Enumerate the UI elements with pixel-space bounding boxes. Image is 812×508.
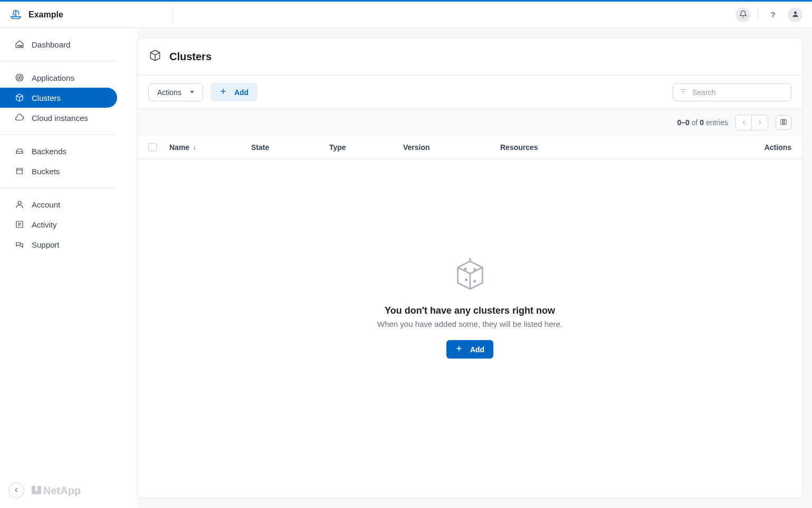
user-menu-button[interactable] (788, 7, 803, 22)
main-content: Clusters Actions Add (137, 28, 812, 508)
svg-point-2 (16, 74, 23, 81)
cluster-icon (148, 49, 162, 64)
add-label: Add (234, 88, 249, 97)
separator (758, 10, 758, 20)
help-icon: ? (770, 10, 775, 19)
netapp-logo: NetApp (32, 485, 81, 497)
notifications-button[interactable] (735, 7, 750, 22)
column-actions: Actions (749, 143, 791, 152)
svg-point-12 (465, 279, 466, 280)
support-icon (15, 240, 24, 249)
header: Example ? (0, 2, 812, 28)
sidebar-item-label: Applications (32, 73, 74, 82)
toolbar-left: Actions Add (148, 83, 257, 101)
empty-add-button[interactable]: Add (446, 340, 493, 359)
sidebar-item-label: Activity (32, 220, 57, 229)
page-title: Clusters (169, 51, 212, 63)
empty-subtitle: When you have added some, they will be l… (377, 319, 562, 328)
caret-down-icon (190, 91, 194, 93)
dashboard-icon (15, 40, 24, 49)
svg-point-11 (474, 269, 475, 270)
sidebar-item-label: Support (32, 240, 60, 249)
sidebar-item-label: Buckets (32, 167, 60, 176)
clusters-icon (15, 93, 24, 102)
sidebar-item-support[interactable]: Support (0, 234, 117, 255)
add-button[interactable]: Add (211, 83, 257, 101)
sidebar-item-backends[interactable]: Backends (0, 141, 117, 161)
buckets-icon (15, 166, 24, 176)
ship-logo-icon (9, 8, 22, 21)
actions-dropdown[interactable]: Actions (148, 83, 203, 101)
sidebar-item-label: Cloud instances (32, 114, 88, 123)
brand-name: Example (28, 10, 63, 20)
svg-point-4 (19, 77, 20, 78)
columns-icon (780, 118, 787, 127)
svg-point-1 (794, 11, 797, 14)
sidebar-footer: NetApp (8, 483, 81, 498)
backends-icon (15, 146, 24, 156)
prev-page-button[interactable] (736, 115, 752, 130)
user-icon (791, 10, 799, 20)
column-name[interactable]: Name ↓ (169, 143, 251, 152)
panel-header: Clusters (138, 38, 802, 76)
column-resources[interactable]: Resources (500, 143, 749, 152)
filter-icon (680, 88, 687, 97)
collapse-sidebar-button[interactable] (8, 483, 24, 498)
chevron-right-icon (757, 119, 762, 127)
column-version[interactable]: Version (403, 143, 500, 152)
sidebar-item-dashboard[interactable]: Dashboard (0, 34, 117, 54)
svg-rect-5 (17, 168, 23, 174)
actions-label: Actions (157, 88, 181, 97)
netapp-mark-icon (32, 485, 41, 497)
header-divider (173, 7, 173, 23)
svg-point-3 (17, 76, 22, 80)
sidebar-item-label: Backends (32, 147, 66, 156)
column-type[interactable]: Type (329, 143, 403, 152)
help-button[interactable]: ? (766, 7, 780, 22)
bell-icon (739, 10, 747, 20)
sidebar-item-clusters[interactable]: Clusters (0, 88, 117, 108)
sidebar-item-buckets[interactable]: Buckets (0, 161, 117, 181)
netapp-text: NetApp (43, 485, 81, 497)
header-right: ? (735, 7, 803, 22)
svg-rect-0 (13, 13, 16, 16)
svg-point-6 (18, 201, 21, 204)
chevron-left-icon (741, 119, 747, 127)
sidebar: Dashboard Applications Clusters (0, 28, 137, 508)
cloud-icon (15, 113, 24, 123)
sidebar-item-label: Clusters (32, 93, 61, 102)
sidebar-item-label: Dashboard (32, 40, 70, 49)
header-left: Example (9, 7, 173, 23)
sort-down-icon: ↓ (193, 144, 196, 151)
svg-point-10 (465, 268, 466, 269)
empty-add-label: Add (470, 345, 484, 354)
entries-count: 0–0 of 0 entries (677, 118, 728, 127)
svg-rect-9 (782, 119, 785, 124)
table-header: Name ↓ State Type Version Resources Acti… (138, 136, 802, 159)
sidebar-item-label: Account (32, 200, 60, 209)
table-meta: 0–0 of 0 entries (138, 109, 802, 136)
plus-icon (455, 345, 463, 354)
sidebar-item-account[interactable]: Account (0, 194, 117, 214)
empty-title: You don't have any clusters right now (385, 305, 555, 316)
toolbar: Actions Add (138, 76, 802, 109)
select-all-checkbox[interactable] (148, 143, 157, 152)
sidebar-item-cloud-instances[interactable]: Cloud instances (0, 108, 117, 128)
empty-state: You don't have any clusters right now Wh… (138, 159, 802, 498)
layout: Dashboard Applications Clusters (0, 28, 812, 508)
panel: Clusters Actions Add (137, 37, 803, 498)
search-box[interactable] (673, 83, 791, 101)
sidebar-item-activity[interactable]: Activity (0, 214, 117, 234)
applications-icon (15, 73, 24, 82)
search-input[interactable] (692, 88, 785, 97)
plus-icon (219, 88, 227, 97)
column-state[interactable]: State (251, 143, 329, 152)
sidebar-item-applications[interactable]: Applications (0, 68, 117, 88)
chevron-left-icon (13, 487, 20, 495)
activity-icon (15, 220, 24, 229)
svg-point-13 (474, 281, 475, 282)
pager (735, 115, 768, 130)
columns-button[interactable] (776, 115, 791, 130)
next-page-button[interactable] (752, 115, 768, 130)
account-icon (15, 200, 24, 209)
